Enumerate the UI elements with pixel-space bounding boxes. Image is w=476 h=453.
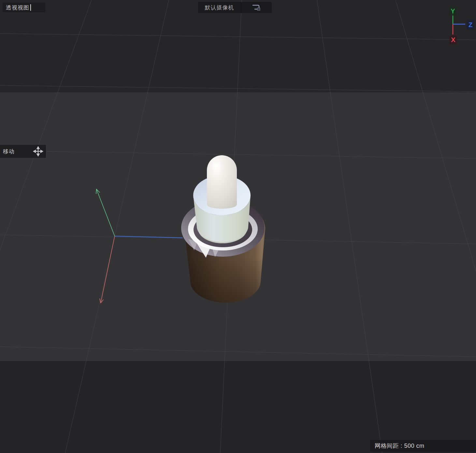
move-tool-icon (33, 146, 43, 157)
tool-label: 移动 (3, 148, 15, 155)
camera-icon[interactable] (241, 3, 272, 12)
axis-z-label: Z (469, 21, 472, 28)
axis-y-label: Y (451, 8, 455, 15)
dropper-bulb[interactable] (207, 155, 237, 209)
active-tool-badge[interactable]: 移动 (0, 145, 46, 158)
grid-spacing-badge: 网格间距 : 500 cm (370, 440, 476, 452)
text-cursor (30, 4, 31, 11)
axis-x-label: X (451, 36, 455, 43)
view-label-text: 透视视图 (6, 4, 29, 11)
view-label[interactable]: 透视视图 (3, 3, 45, 12)
viewport: 透视视图 默认摄像机 移动 (0, 0, 476, 453)
camera-label[interactable]: 默认摄像机 (198, 4, 241, 11)
viewport-canvas[interactable] (0, 0, 476, 453)
axis-orientation-widget: Y Z X (435, 5, 476, 45)
grid-spacing-text: 网格间距 : 500 cm (375, 442, 425, 450)
camera-bar[interactable]: 默认摄像机 (198, 2, 272, 13)
